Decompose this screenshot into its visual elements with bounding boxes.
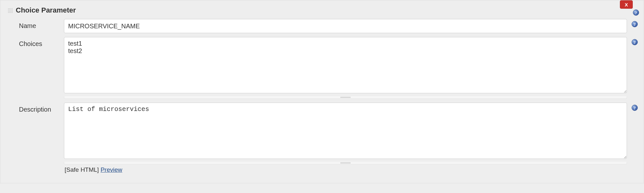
name-input[interactable]	[64, 19, 627, 33]
choices-label: Choices	[19, 37, 64, 48]
svg-text:?: ?	[634, 106, 636, 110]
close-button[interactable]: X	[620, 0, 633, 9]
help-icon[interactable]: ?	[631, 21, 638, 27]
help-icon[interactable]: ?	[631, 39, 638, 45]
svg-text:?: ?	[635, 10, 637, 15]
panel-header: Choice Parameter	[0, 0, 644, 17]
drag-handle-icon[interactable]	[7, 8, 13, 13]
choices-row: Choices ?	[0, 35, 644, 101]
resize-gripper[interactable]	[64, 162, 627, 164]
panel-title: Choice Parameter	[16, 6, 76, 14]
description-textarea[interactable]	[64, 103, 627, 159]
preview-link[interactable]: Preview	[101, 166, 122, 173]
help-icon[interactable]: ?	[631, 105, 638, 111]
name-row: Name ?	[0, 17, 644, 35]
choice-parameter-panel: X Choice Parameter ? Name ?	[0, 0, 644, 183]
description-label: Description	[19, 103, 64, 113]
svg-text:?: ?	[634, 40, 636, 45]
safe-html-label: [Safe HTML]	[65, 166, 101, 173]
choices-textarea[interactable]	[64, 37, 627, 93]
description-footer: [Safe HTML] Preview	[0, 166, 644, 173]
help-icon[interactable]: ?	[633, 9, 639, 16]
name-label: Name	[19, 19, 64, 30]
resize-gripper[interactable]	[64, 96, 627, 99]
svg-text:?: ?	[634, 22, 636, 27]
description-row: Description ?	[0, 101, 644, 166]
close-button-label: X	[625, 2, 628, 7]
